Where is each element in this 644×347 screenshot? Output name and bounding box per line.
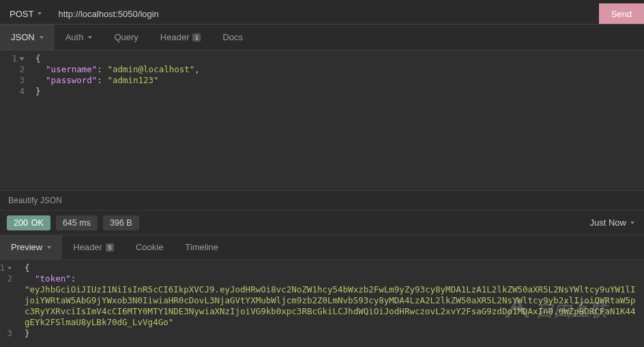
tab-label: Query: [114, 32, 138, 42]
header-count-badge: 1: [192, 33, 201, 42]
response-size-pill: 396 B: [103, 215, 139, 230]
response-time-pill: 645 ms: [56, 215, 98, 230]
header-count-badge: 5: [106, 243, 114, 252]
chevron-down-icon: [47, 246, 51, 249]
http-method-select[interactable]: POST: [0, 3, 51, 24]
history-dropdown[interactable]: Just Now: [590, 217, 637, 228]
tab-label: Cookie: [136, 242, 163, 252]
request-bar: POST Send: [0, 0, 644, 25]
request-body-editor[interactable]: 1 2 3 4 { "username": "admin@localhost",…: [0, 50, 644, 190]
tab-auth[interactable]: Auth: [55, 25, 104, 50]
code-content: { "token": "eyJhbGciOiJIUzI1NiIsInR5cCI6…: [16, 260, 644, 347]
chevron-down-icon: [40, 36, 44, 39]
send-button[interactable]: Send: [599, 3, 644, 24]
code-content[interactable]: { "username": "admin@localhost", "passwo…: [29, 50, 644, 190]
tab-query[interactable]: Query: [103, 25, 149, 50]
tab-label: Auth: [65, 32, 84, 42]
tab-label: Preview: [11, 242, 42, 252]
tab-response-header[interactable]: Header 5: [62, 235, 125, 259]
tab-preview[interactable]: Preview: [0, 235, 62, 259]
tab-timeline[interactable]: Timeline: [174, 235, 229, 259]
status-text: OK: [31, 218, 44, 228]
response-tabs: Preview Header 5 Cookie Timeline: [0, 235, 644, 260]
line-number-gutter: 1 2 3 4: [0, 50, 29, 190]
chevron-down-icon: [630, 222, 634, 224]
status-code: 200: [14, 218, 28, 228]
tab-body-type[interactable]: JSON: [0, 25, 55, 50]
status-code-pill: 200 OK: [7, 215, 50, 230]
http-method-label: POST: [10, 9, 33, 19]
line-number-gutter: 1 2 3: [0, 260, 16, 347]
beautify-json-button[interactable]: Beautify JSON: [8, 196, 62, 205]
tab-label: Docs: [222, 32, 243, 42]
response-status-bar: 200 OK 645 ms 396 B Just Now: [0, 211, 644, 235]
chevron-down-icon: [88, 36, 92, 39]
tab-header[interactable]: Header 1: [149, 25, 212, 50]
url-input[interactable]: [51, 3, 598, 24]
tab-label: Header: [73, 242, 102, 252]
tab-label: JSON: [11, 32, 35, 42]
tab-label: Header: [160, 32, 190, 42]
fold-arrow-icon[interactable]: [8, 267, 12, 269]
response-body-viewer[interactable]: 1 2 3 { "token": "eyJhbGciOiJIUzI1NiIsIn…: [0, 260, 644, 347]
time-ago-label: Just Now: [590, 217, 626, 228]
tab-cookie[interactable]: Cookie: [125, 235, 174, 259]
chevron-down-icon: [38, 12, 42, 15]
request-tabs: JSON Auth Query Header 1 Docs: [0, 25, 644, 50]
tab-label: Timeline: [185, 242, 218, 252]
beautify-bar: Beautify JSON: [0, 190, 644, 211]
fold-arrow-icon[interactable]: [19, 57, 25, 61]
tab-docs[interactable]: Docs: [211, 25, 254, 50]
